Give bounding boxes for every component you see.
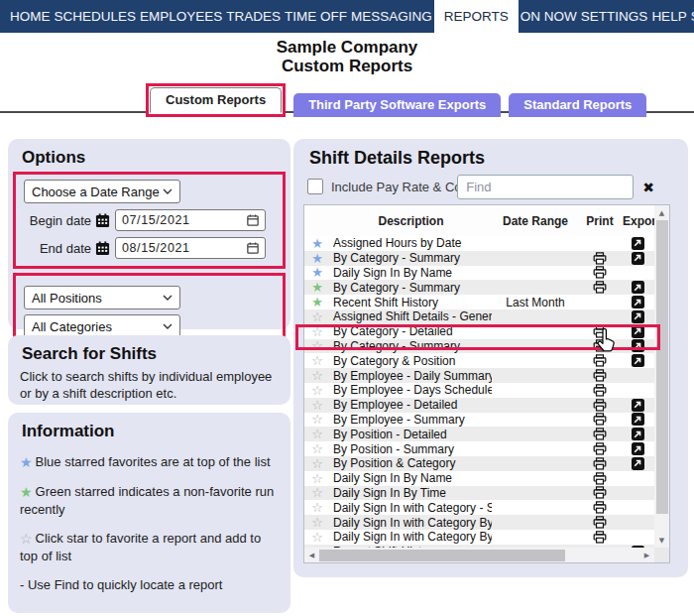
favorite-star-icon[interactable]: ☆ xyxy=(304,310,330,323)
favorite-star-icon[interactable]: ★ xyxy=(304,296,330,308)
report-name[interactable]: By Category - Summary xyxy=(330,251,492,265)
clear-find-icon[interactable]: ✖ xyxy=(642,180,654,195)
include-pay-rate-checkbox[interactable] xyxy=(307,179,323,194)
report-name[interactable]: Daily Sign In By Name xyxy=(330,266,492,280)
export-icon[interactable] xyxy=(621,339,654,352)
export-icon[interactable] xyxy=(621,457,654,470)
favorite-star-icon[interactable]: ☆ xyxy=(304,354,330,367)
nav-home[interactable]: HOME xyxy=(8,0,53,33)
favorite-star-icon[interactable]: ☆ xyxy=(304,472,330,485)
nav-time-off[interactable]: TIME OFF xyxy=(283,0,349,33)
favorite-star-icon[interactable]: ★ xyxy=(304,266,330,279)
find-input[interactable] xyxy=(457,175,634,199)
scroll-left-icon[interactable]: ◀ xyxy=(304,548,319,562)
print-icon[interactable] xyxy=(579,399,621,412)
print-icon[interactable] xyxy=(579,281,621,294)
begin-date-input[interactable]: 07/15/2021 xyxy=(115,209,266,231)
export-icon[interactable] xyxy=(621,252,654,265)
report-name[interactable]: By Position - Summary xyxy=(330,442,492,456)
report-name[interactable]: Assigned Shift Details - General xyxy=(330,309,492,323)
nav-reports[interactable]: REPORTS xyxy=(434,0,519,40)
nav-settings[interactable]: SETTINGS xyxy=(579,0,650,33)
scroll-down-icon[interactable]: ▼ xyxy=(654,533,669,548)
nav-schedules[interactable]: SCHEDULES xyxy=(53,0,139,33)
favorite-star-icon[interactable]: ☆ xyxy=(304,486,330,499)
report-name[interactable]: By Employee - Detailed xyxy=(330,398,492,412)
print-icon[interactable] xyxy=(579,252,621,265)
calendar-icon[interactable] xyxy=(95,241,110,256)
print-icon[interactable] xyxy=(579,354,621,367)
end-date-input[interactable]: 08/15/2021 xyxy=(115,237,266,259)
search-for-shifts-panel[interactable]: Search for Shifts Click to search shifts… xyxy=(8,335,290,405)
favorite-star-icon[interactable]: ★ xyxy=(304,281,330,294)
favorite-star-icon[interactable]: ☆ xyxy=(304,369,330,382)
nav-trades[interactable]: TRADES xyxy=(224,0,283,33)
report-name[interactable]: By Category - Summary xyxy=(330,281,492,295)
export-icon[interactable] xyxy=(621,325,654,338)
print-icon[interactable] xyxy=(579,369,621,382)
horizontal-scroll-thumb[interactable] xyxy=(319,550,565,561)
nav-on-now[interactable]: ON NOW xyxy=(519,0,579,33)
print-icon[interactable] xyxy=(579,501,621,514)
report-name[interactable]: By Position - Detailed xyxy=(330,428,492,441)
vertical-scroll-thumb[interactable] xyxy=(656,220,668,514)
nav-employees[interactable]: EMPLOYEES xyxy=(138,0,224,33)
report-name[interactable]: Daily Sign In By Time xyxy=(330,486,492,500)
tab-third-party-software-exports[interactable]: Third Party Software Exports xyxy=(293,93,501,117)
print-icon[interactable] xyxy=(579,457,621,470)
date-picker-icon[interactable] xyxy=(247,214,259,226)
report-name[interactable]: Daily Sign In with Category By Name xyxy=(330,516,492,530)
print-icon[interactable] xyxy=(579,413,621,426)
report-name[interactable]: Daily Sign In with Category - Self Ce... xyxy=(330,501,492,515)
report-name[interactable]: Daily Sign In with Category By Time xyxy=(330,530,492,544)
nav-messaging[interactable]: MESSAGING xyxy=(349,0,434,33)
print-icon[interactable] xyxy=(579,531,621,544)
favorite-star-icon[interactable]: ☆ xyxy=(304,325,330,338)
export-icon[interactable] xyxy=(621,281,654,294)
print-icon[interactable] xyxy=(579,486,621,499)
date-range-select[interactable]: Choose a Date Range xyxy=(24,180,180,203)
tab-standard-reports[interactable]: Standard Reports xyxy=(509,93,646,117)
favorite-star-icon[interactable]: ☆ xyxy=(304,457,330,470)
favorite-star-icon[interactable]: ☆ xyxy=(304,339,330,352)
favorite-star-icon[interactable]: ☆ xyxy=(304,442,330,455)
favorite-star-icon[interactable]: ☆ xyxy=(304,399,330,412)
nav-help[interactable]: HELP xyxy=(649,0,688,33)
export-icon[interactable] xyxy=(621,413,654,426)
positions-select[interactable]: All Positions xyxy=(24,286,180,309)
report-name[interactable]: By Position & Category xyxy=(330,456,492,470)
favorite-star-icon[interactable]: ☆ xyxy=(304,501,330,514)
print-icon[interactable] xyxy=(579,339,621,352)
print-icon[interactable] xyxy=(579,384,621,397)
date-picker-icon[interactable] xyxy=(247,242,259,254)
export-icon[interactable] xyxy=(621,354,654,367)
print-icon[interactable] xyxy=(579,472,621,485)
report-name[interactable]: By Category - Detailed xyxy=(330,324,492,338)
favorite-star-icon[interactable]: ★ xyxy=(304,237,330,250)
print-icon[interactable] xyxy=(579,428,621,440)
report-name[interactable]: By Employee - Summary xyxy=(330,413,492,427)
export-icon[interactable] xyxy=(621,296,654,308)
report-name[interactable]: Daily Sign In By Name xyxy=(330,471,492,485)
horizontal-scrollbar[interactable]: ◀ ▶ xyxy=(304,548,654,562)
print-icon[interactable] xyxy=(579,266,621,279)
export-icon[interactable] xyxy=(621,310,654,323)
print-icon[interactable] xyxy=(579,325,621,338)
favorite-star-icon[interactable]: ☆ xyxy=(304,428,330,440)
export-icon[interactable] xyxy=(621,442,654,455)
report-name[interactable]: Assigned Hours by Date xyxy=(330,236,492,250)
favorite-star-icon[interactable]: ☆ xyxy=(304,531,330,544)
vertical-scrollbar[interactable]: ▲ ▼ xyxy=(654,205,669,548)
report-name[interactable]: By Category & Position xyxy=(330,354,492,368)
calendar-icon[interactable] xyxy=(95,213,110,228)
report-name[interactable]: By Employee - Days Scheduled xyxy=(330,383,492,397)
report-name[interactable]: Recent Shift History xyxy=(330,296,492,309)
favorite-star-icon[interactable]: ☆ xyxy=(304,413,330,426)
print-icon[interactable] xyxy=(579,442,621,455)
scroll-right-icon[interactable]: ▶ xyxy=(639,548,654,562)
export-icon[interactable] xyxy=(621,399,654,412)
report-name[interactable]: By Employee - Daily Summary xyxy=(330,369,492,383)
print-icon[interactable] xyxy=(579,516,621,529)
export-icon[interactable] xyxy=(621,237,654,250)
nav-signout[interactable]: SIGNOUT xyxy=(689,0,694,33)
